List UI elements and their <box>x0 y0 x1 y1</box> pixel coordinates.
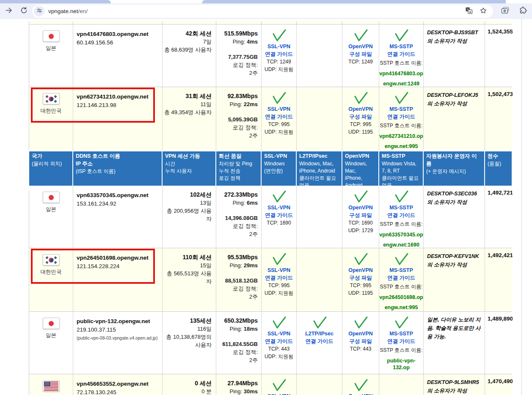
extensions-button[interactable] <box>518 6 529 17</box>
connect-guide-link[interactable]: 연결 가이드 <box>379 337 423 345</box>
sstp-hostname: engw.net:995 <box>379 143 423 150</box>
chrome-windows-button[interactable] <box>500 6 511 17</box>
check-icon <box>394 92 409 104</box>
connect-guide-link[interactable]: 연결 가이드 <box>379 50 423 58</box>
ping: Ping: 18ms <box>218 325 258 333</box>
connect-guide-link[interactable]: 연결 가이드 <box>262 211 296 219</box>
ping: Ping: 6ms <box>218 199 258 207</box>
table-row: 일본 vpn633570345.opengw.net 153.161.234.9… <box>29 185 512 248</box>
site-settings-button[interactable] <box>34 6 44 16</box>
openvpn-link[interactable]: OpenVPN <box>342 204 379 211</box>
score: 1,489,890 <box>485 312 513 374</box>
config-file-link[interactable]: 구성 파일 <box>342 274 379 282</box>
country-label: 일본 <box>29 45 73 52</box>
table-row: 대한민국 vpn627341210.opengw.net 121.146.213… <box>29 87 512 150</box>
sstp-hostname: vpn627341210.op <box>379 133 423 140</box>
url-domain: vpngate.net <box>48 8 78 14</box>
sstp-host-label: SSTP 호스트 이름: <box>379 220 423 228</box>
table-row-partial-top <box>29 21 512 24</box>
table-header: 국가(물리적 위치) DDNS 호스트 이름IP 주소(ISP 호스트 이름) … <box>29 150 512 185</box>
openvpn-link[interactable]: OpenVPN <box>342 43 379 50</box>
ssl-udp-port: UDP: 지원됨 <box>262 353 296 360</box>
check-icon <box>394 29 409 42</box>
cumulative-users: 총 565,513명 사용자 <box>164 269 212 285</box>
ssl-udp-port: UDP: 지원됨 <box>262 66 296 73</box>
operator-message: DESKTOP-LEFOKJ5의 소유자가 작성 <box>424 87 485 150</box>
logging-policy: 2주 <box>218 69 258 77</box>
throughput: 272.33Mbps <box>218 191 258 199</box>
connect-guide-link[interactable]: 연결 가이드 <box>379 113 423 121</box>
openvpn-tcp-port: TCP: 995 <box>342 282 379 289</box>
openvpn-link[interactable]: OpenVPN <box>342 392 379 395</box>
config-file-link[interactable]: 구성 파일 <box>342 337 379 345</box>
translate-button[interactable]: 文A <box>463 6 474 17</box>
reload-button[interactable] <box>18 5 30 17</box>
connect-guide-link[interactable]: 연결 가이드 <box>379 274 423 282</box>
sstp-hostname: vpn264501698.op <box>379 294 423 301</box>
ddns-hostname: vpn627341210.opengw.net <box>77 93 159 101</box>
logging-policy-label: 로깅 정책: <box>218 123 258 132</box>
openvpn-link[interactable]: OpenVPN <box>342 105 379 113</box>
openvpn-tcp-port: TCP: 1690 <box>342 219 379 227</box>
ssl-vpn-link[interactable]: SSL-VPN <box>262 266 296 274</box>
sstp-hostname: vpn416476803.op <box>379 70 423 77</box>
openvpn-tcp-port: TCP: 443 <box>342 345 379 353</box>
session-count: 102세션 <box>164 191 212 199</box>
forward-arrow-icon <box>5 6 13 16</box>
ms-sstp-link[interactable]: MS-SSTP <box>379 204 423 211</box>
sstp-host-label: SSTP 호스트 이름: <box>379 283 423 291</box>
ms-sstp-link[interactable]: MS-SSTP <box>379 43 423 50</box>
connect-guide-link[interactable]: 연결 가이드 <box>262 50 296 58</box>
ssl-vpn-link[interactable]: SSL-VPN <box>262 330 296 337</box>
operator-message: 일본, 다이유 노보리 지음. 학술적 용도로만 사용 가능. <box>424 312 485 374</box>
header-sessions: VPN 세션 가동시간누적 사용자 <box>162 151 216 191</box>
ssl-vpn-link[interactable]: SSL-VPN <box>262 105 296 113</box>
check-icon <box>271 379 287 392</box>
connect-guide-link[interactable]: 연결 가이드 <box>262 337 296 345</box>
ms-sstp-link[interactable]: MS-SSTP <box>379 105 423 113</box>
bookmark-button[interactable] <box>478 6 489 17</box>
tab-strip <box>0 0 532 3</box>
check-icon <box>271 29 287 42</box>
operator-message: DESKTOP-S3EC036의 소유자가 작성 <box>424 186 485 248</box>
config-file-link[interactable]: 구성 파일 <box>342 50 379 58</box>
session-count: 42회 세션 <box>164 30 212 38</box>
l2tp-link[interactable]: L2TP/IPsec <box>297 330 342 337</box>
page-right-border <box>521 19 522 395</box>
logging-policy: 2주 <box>218 356 258 364</box>
ssl-vpn-link[interactable]: SSL-VPN <box>262 392 296 395</box>
openvpn-link[interactable]: OpenVPN <box>342 266 379 274</box>
url-bar[interactable]: vpngate.net/en/ 文A <box>32 5 493 18</box>
japan-flag-icon <box>43 192 60 203</box>
url-text[interactable]: vpngate.net/en/ <box>48 8 463 14</box>
tune-icon <box>36 7 43 16</box>
uptime: 15일 <box>164 261 212 269</box>
connect-guide-link[interactable]: 연결 가이드 <box>379 211 423 219</box>
config-file-link[interactable]: 구성 파일 <box>342 211 379 219</box>
header-score: 점수(품질) <box>485 151 512 191</box>
page-content: 일본 vpn416476803.opengw.net 60.149.156.56… <box>0 19 532 395</box>
openvpn-udp-port: UDP: 1729 <box>342 227 379 234</box>
country-label: 일본 <box>29 206 73 213</box>
check-icon <box>353 190 368 203</box>
session-count: 135세션 <box>164 317 212 325</box>
config-file-link[interactable]: 구성 파일 <box>342 113 379 121</box>
connect-guide-link[interactable]: 연결 가이드 <box>262 113 296 121</box>
ssl-vpn-link[interactable]: SSL-VPN <box>262 204 296 211</box>
forward-button[interactable] <box>3 5 14 17</box>
japan-flag-icon <box>43 318 60 329</box>
openvpn-link[interactable]: OpenVPN <box>342 330 379 337</box>
check-icon <box>271 316 287 329</box>
ssl-tcp-port: TCP: 1249 <box>262 58 296 66</box>
japan-flag-icon <box>43 30 60 42</box>
connect-guide-link[interactable]: 연결 가이드 <box>297 337 342 345</box>
ms-sstp-link[interactable]: MS-SSTP <box>379 330 423 337</box>
ddns-hostname: vpn633570345.opengw.net <box>77 191 159 200</box>
header-operator: 자원봉사자 운영자 이름(+ 운영자 메시지) <box>423 151 485 191</box>
ssl-vpn-link[interactable]: SSL-VPN <box>262 43 296 50</box>
session-count: 31회 세션 <box>164 92 212 100</box>
ms-sstp-link[interactable]: MS-SSTP <box>379 266 423 274</box>
openvpn-udp-port: UDP: 1195 <box>342 128 379 136</box>
logging-policy: 2주 <box>218 230 258 238</box>
connect-guide-link[interactable]: 연결 가이드 <box>262 274 296 282</box>
